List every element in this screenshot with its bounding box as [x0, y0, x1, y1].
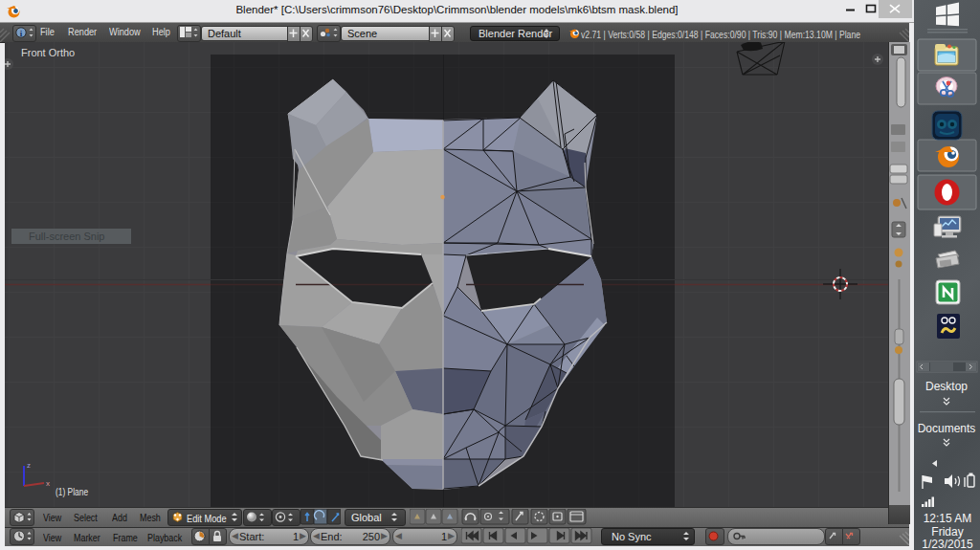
svg-text:Full-screen Snip: Full-screen Snip: [29, 231, 104, 242]
svg-text:z: z: [27, 461, 31, 470]
svg-text:Documents: Documents: [918, 422, 976, 435]
svg-text:(1) Plane: (1) Plane: [56, 486, 88, 497]
svg-text:1/23/2015: 1/23/2015: [922, 538, 973, 550]
svg-text:Desktop: Desktop: [925, 380, 968, 393]
svg-text:Friday: Friday: [931, 525, 963, 539]
svg-text:x: x: [46, 479, 50, 488]
svg-text:12:15 AM: 12:15 AM: [924, 512, 972, 525]
svg-text:Front Ortho: Front Ortho: [21, 47, 75, 58]
